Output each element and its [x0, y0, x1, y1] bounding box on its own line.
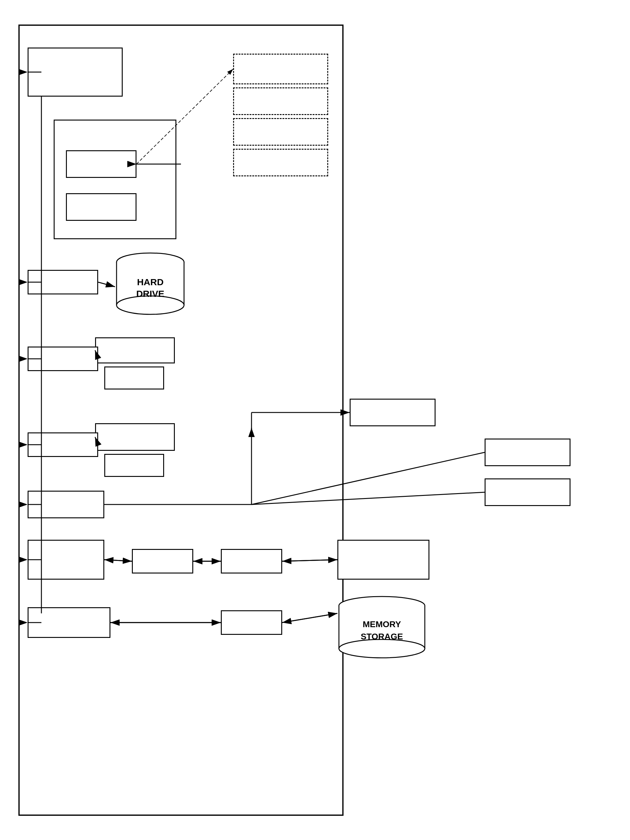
app-box	[233, 87, 328, 115]
remote-computer-box	[337, 540, 429, 579]
monitor-box	[350, 399, 436, 426]
interface2-box	[28, 347, 98, 371]
system-memory-label	[58, 123, 175, 125]
interface1-box	[28, 270, 98, 294]
svg-point-11	[339, 639, 425, 658]
svg-point-4	[117, 296, 184, 314]
modules-box	[233, 118, 328, 146]
disk1-box	[104, 366, 164, 390]
lan-box	[221, 610, 282, 635]
modem-box	[132, 549, 193, 573]
data-box	[233, 149, 328, 176]
svg-text:HARD: HARD	[137, 277, 164, 287]
floppy-drive-box	[95, 337, 175, 363]
interface3-box	[28, 433, 98, 457]
disk2-box	[104, 454, 164, 477]
wan-box	[221, 549, 282, 573]
memory-storage-cylinder: MEMORY STORAGE	[337, 595, 426, 659]
keyboard-box	[485, 439, 570, 466]
svg-text:MEMORY: MEMORY	[363, 619, 401, 629]
mouse-box	[485, 478, 570, 506]
rom-box	[66, 193, 136, 221]
os-box	[233, 54, 328, 84]
svg-text:STORAGE: STORAGE	[361, 632, 403, 641]
hard-drive-cylinder: HARD DRIVE	[115, 251, 186, 316]
ram-box	[66, 150, 136, 178]
system-memory-box	[54, 120, 176, 239]
svg-text:DRIVE: DRIVE	[136, 289, 164, 299]
video-adapter-box	[28, 491, 104, 518]
network-adapter-box	[28, 607, 111, 638]
processing-unit-box	[28, 47, 123, 96]
cdrom-drive-box	[95, 423, 175, 451]
serial-port-box	[28, 540, 104, 579]
